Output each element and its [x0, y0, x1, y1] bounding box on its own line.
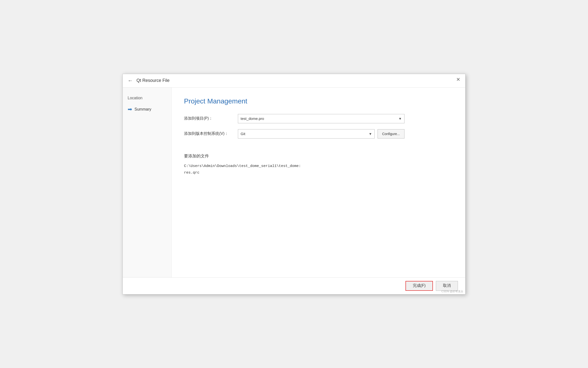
back-button[interactable]: ← — [128, 77, 133, 84]
add-to-vcs-label: 添加到版本控制系统(V)： — [184, 131, 238, 136]
dialog-title: Qt Resource File — [136, 78, 170, 83]
form-section: 添加到项目(P)： test_dome.pro ▼ 添加到版本控制系统(V)： — [184, 114, 404, 139]
dropdown-arrow-icon: ▼ — [398, 117, 402, 121]
files-path-line1: C:\Users\Admin\Downloads\test_dome_seria… — [184, 163, 453, 169]
add-to-project-control: test_dome.pro ▼ — [238, 114, 404, 123]
files-label: 要添加的文件 — [184, 153, 453, 159]
files-path: C:\Users\Admin\Downloads\test_dome_seria… — [184, 163, 453, 176]
files-section: 要添加的文件 C:\Users\Admin\Downloads\test_dom… — [184, 153, 453, 176]
configure-button[interactable]: Configure... — [378, 129, 404, 139]
location-label: Location — [128, 96, 143, 100]
dialog-window: ← Qt Resource File ✕ Location ➡ Summary … — [122, 74, 466, 294]
add-to-project-row: 添加到项目(P)： test_dome.pro ▼ — [184, 114, 404, 123]
add-to-project-value: test_dome.pro — [241, 116, 264, 121]
add-to-vcs-control: Git None SVN ▼ Configure... — [238, 129, 404, 139]
add-to-vcs-select-wrapper: Git None SVN ▼ — [238, 129, 375, 139]
finish-button[interactable]: 完成(F) — [405, 281, 433, 291]
add-to-vcs-row: 添加到版本控制系统(V)： Git None SVN ▼ Configure..… — [184, 129, 404, 139]
watermark: CSDN @好奇龙台 — [441, 290, 463, 293]
add-to-vcs-select[interactable]: Git None SVN — [238, 129, 375, 139]
summary-label: Summary — [135, 107, 151, 112]
summary-arrow-icon: ➡ — [128, 106, 132, 113]
dialog-body: Location ➡ Summary Project Management 添加… — [123, 88, 465, 277]
title-bar: ← Qt Resource File ✕ — [123, 74, 465, 88]
sidebar-item-summary[interactable]: ➡ Summary — [128, 105, 167, 114]
add-to-project-label: 添加到项目(P)： — [184, 116, 238, 121]
sidebar: Location ➡ Summary — [123, 88, 172, 277]
dialog-footer: 完成(F) 取消 — [123, 277, 465, 294]
files-path-line2: res.qrc — [184, 169, 453, 176]
page-title: Project Management — [184, 97, 453, 105]
cancel-button[interactable]: 取消 — [436, 281, 458, 291]
add-to-project-dropdown[interactable]: test_dome.pro ▼ — [238, 114, 404, 123]
close-button[interactable]: ✕ — [456, 77, 460, 82]
main-content: Project Management 添加到项目(P)： test_dome.p… — [172, 88, 465, 277]
sidebar-item-location[interactable]: Location — [128, 95, 167, 101]
